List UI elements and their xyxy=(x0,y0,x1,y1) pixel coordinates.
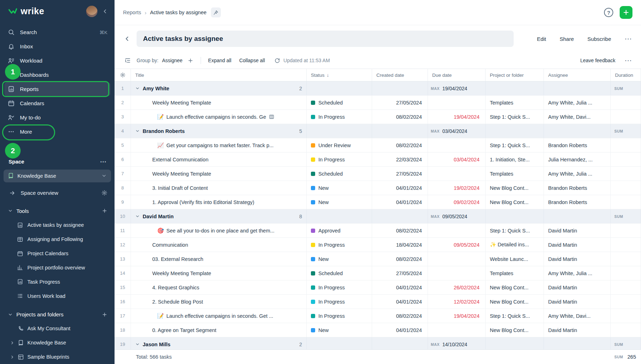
refresh-icon[interactable] xyxy=(274,58,280,64)
column-header-due-date[interactable]: Due date xyxy=(428,69,486,81)
title-more-icon[interactable]: ⋯ xyxy=(625,34,632,43)
column-header-status[interactable]: Status↓ xyxy=(307,69,372,81)
collapse-all-button[interactable]: Collapse all xyxy=(239,58,265,63)
chevron-right-icon[interactable] xyxy=(10,341,15,345)
collapse-group-icon[interactable] xyxy=(135,214,140,219)
sidebar-item-space-overview[interactable]: Space overview xyxy=(0,186,115,200)
cell-assignee xyxy=(544,81,611,95)
sidebar: wrike Search ⌘K Inbox Workload Das xyxy=(0,0,115,364)
cell-assignee xyxy=(544,209,611,223)
chevron-down-icon[interactable] xyxy=(101,173,107,178)
task-title: 0. Agree on Target Segment xyxy=(152,327,216,333)
projects-section-header[interactable]: Projects and folders xyxy=(0,307,115,322)
task-row[interactable]: 154. Request GraphicsIn Progress04/01/20… xyxy=(115,280,641,295)
help-icon[interactable]: ? xyxy=(604,8,613,17)
collapse-group-icon[interactable] xyxy=(135,129,140,133)
share-button[interactable]: Share xyxy=(560,36,574,42)
add-grouping-icon[interactable] xyxy=(187,58,194,64)
sidebar-item-project-calendars[interactable]: Project Calendars xyxy=(0,246,115,261)
cell-status: Scheduled xyxy=(307,96,372,109)
sidebar-item-active-tasks-by-assignee[interactable]: Active tasks by assignee xyxy=(0,218,115,232)
space-settings-gear-icon[interactable] xyxy=(101,190,107,196)
sidebar-item-calendars[interactable]: Calendars xyxy=(0,96,115,111)
create-new-button[interactable] xyxy=(620,6,632,19)
column-header-assignee[interactable]: Assignee xyxy=(544,69,611,81)
status-color-swatch xyxy=(311,257,315,261)
column-header-title[interactable]: Title xyxy=(131,69,307,81)
chevron-down-icon xyxy=(8,208,13,213)
collapse-group-icon[interactable] xyxy=(135,342,140,347)
task-row[interactable]: 14Weekly Meeting TemplateScheduled27/05/… xyxy=(115,266,641,280)
table-settings-gear-icon[interactable] xyxy=(115,69,131,81)
cell-num: 16 xyxy=(115,295,131,309)
sidebar-item-more[interactable]: More xyxy=(0,125,115,139)
sidebar-item-task-progress[interactable]: Task Progress xyxy=(0,275,115,289)
max-date: 19/04/2024 xyxy=(443,86,467,91)
assignee: Amy White, Julia ... xyxy=(544,96,611,109)
assignee: Brandon Roberts xyxy=(544,195,611,209)
breadcrumb-reports[interactable]: Reports xyxy=(123,10,141,15)
add-tool-icon[interactable] xyxy=(102,208,107,214)
open-in-board-icon[interactable] xyxy=(269,114,274,119)
column-header-created-date[interactable]: Created date xyxy=(372,69,428,81)
group-name: David Martin xyxy=(143,214,174,219)
collapse-group-icon[interactable] xyxy=(135,86,140,91)
sidebar-item-reports[interactable]: Reports xyxy=(4,82,110,96)
due-date xyxy=(428,224,486,237)
task-row[interactable]: 12CommunicationIn Progress18/04/202409/0… xyxy=(115,238,641,252)
cell-duration xyxy=(611,309,641,323)
sidebar-item-sample-blueprints[interactable]: Sample Blueprints xyxy=(0,350,115,364)
subscribe-button[interactable]: Subscribe xyxy=(587,36,611,42)
report-title-input[interactable] xyxy=(137,31,514,47)
sidebar-item-project-portfolio-overview[interactable]: Project portfolio overview xyxy=(0,261,115,275)
due-date: 03/04/2024 xyxy=(428,152,486,166)
chevron-right-icon[interactable] xyxy=(10,355,15,359)
task-row[interactable]: 7Weekly Meeting TemplateScheduled27/05/2… xyxy=(115,167,641,181)
edit-button[interactable]: Edit xyxy=(537,36,546,42)
sidebar-item-my-to-do[interactable]: My to-do xyxy=(0,111,115,125)
toolbar-more-icon[interactable]: ⋯ xyxy=(625,56,632,65)
created-date: 22/03/2024 xyxy=(372,152,428,166)
task-row[interactable]: 1303. External ResearchNew08/02/2024Webs… xyxy=(115,252,641,266)
pin-button[interactable] xyxy=(211,7,221,17)
task-row[interactable]: 2Weekly Meeting TemplateScheduled27/05/2… xyxy=(115,96,641,110)
sidebar-collapse-icon[interactable] xyxy=(102,8,108,15)
group-row[interactable]: 1Amy White2MAX19/04/2024SUM xyxy=(115,81,641,96)
leave-feedback-button[interactable]: Leave feedback xyxy=(580,58,615,63)
tools-section-header[interactable]: Tools xyxy=(0,204,115,218)
task-row[interactable]: 180. Agree on Target SegmentNew04/01/202… xyxy=(115,323,641,337)
expand-all-button[interactable]: Expand all xyxy=(208,58,231,63)
group-by-value[interactable]: Assignee xyxy=(162,58,182,63)
report-icon xyxy=(17,279,23,285)
group-row[interactable]: 4Brandon Roberts5MAX03/04/2024SUM xyxy=(115,124,641,138)
breadcrumb-bar: Reports › Active tasks by assignee ? xyxy=(115,0,641,25)
task-row[interactable]: 83. Initial Draft of ContentNew04/01/202… xyxy=(115,181,641,195)
user-avatar[interactable] xyxy=(86,6,97,17)
space-selector[interactable]: Knowledge Base xyxy=(4,170,111,182)
task-row[interactable]: 11🎯See all your to-dos in one place and … xyxy=(115,224,641,238)
sidebar-item-users-work-load[interactable]: Users Work load xyxy=(0,289,115,303)
task-row[interactable]: 17📝Launch effective campaigns in seconds… xyxy=(115,309,641,323)
task-row[interactable]: 91. Approval (Verify fits into Editorial… xyxy=(115,195,641,209)
sidebar-item-ask-my-consultant[interactable]: Ask My Consultant xyxy=(0,321,115,336)
sidebar-item-assigning-and-following[interactable]: Assigning and Following xyxy=(0,232,115,246)
task-row[interactable]: 3📝Launch effective campaigns in seconds.… xyxy=(115,110,641,124)
sidebar-item-inbox[interactable]: Inbox xyxy=(0,39,115,54)
column-header-duration[interactable]: Duration xyxy=(611,69,641,81)
space-menu-icon[interactable]: ⋯ xyxy=(100,158,107,166)
more-icon xyxy=(8,128,15,135)
sidebar-item-knowledge-base[interactable]: Knowledge Base xyxy=(0,336,115,350)
sidebar-item-search[interactable]: Search ⌘K xyxy=(0,25,115,39)
task-row[interactable]: 5📈Get your campaigns to market faster. T… xyxy=(115,138,641,152)
project-or-folder: New Blog Cont... xyxy=(486,280,544,294)
add-project-icon[interactable] xyxy=(102,312,107,317)
task-title: Weekly Meeting Template xyxy=(152,271,211,276)
task-row[interactable]: 6External CommunicationIn Progress22/03/… xyxy=(115,152,641,167)
total-tasks-label: Total: 566 tasks xyxy=(131,354,307,360)
calendar-icon xyxy=(17,251,23,257)
group-row[interactable]: 10David Martin8MAX09/05/2024SUM xyxy=(115,209,641,224)
space-overview-icon xyxy=(9,190,16,196)
task-row[interactable]: 162. Schedule Blog PostIn Progress04/01/… xyxy=(115,295,641,309)
back-icon[interactable] xyxy=(121,33,133,45)
column-header-project-or-folder[interactable]: Project or folder xyxy=(486,69,544,81)
